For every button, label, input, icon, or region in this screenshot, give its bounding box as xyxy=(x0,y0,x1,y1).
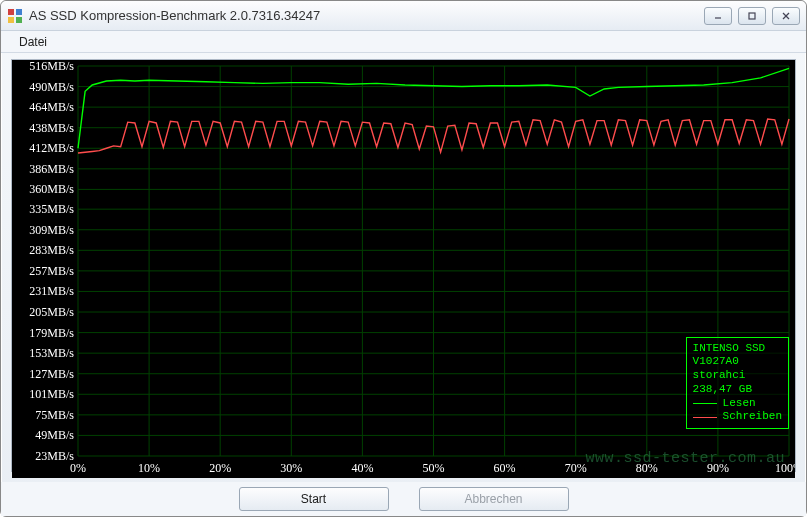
svg-text:360MB/s: 360MB/s xyxy=(29,182,74,196)
svg-text:205MB/s: 205MB/s xyxy=(29,305,74,319)
svg-text:153MB/s: 153MB/s xyxy=(29,346,74,360)
legend-swatch-icon xyxy=(693,417,717,418)
svg-rect-0 xyxy=(8,9,14,15)
svg-text:75MB/s: 75MB/s xyxy=(35,408,74,422)
app-icon xyxy=(7,8,23,24)
svg-text:20%: 20% xyxy=(209,461,231,475)
svg-text:10%: 10% xyxy=(138,461,160,475)
minimize-button[interactable] xyxy=(704,7,732,25)
info-panel: INTENSO SSD V1027A0 storahci 238,47 GB L… xyxy=(686,337,789,430)
svg-rect-1 xyxy=(16,9,22,15)
svg-text:127MB/s: 127MB/s xyxy=(29,367,74,381)
svg-rect-2 xyxy=(8,17,14,23)
svg-text:464MB/s: 464MB/s xyxy=(29,100,74,114)
info-line: 238,47 GB xyxy=(693,383,782,397)
svg-rect-3 xyxy=(16,17,22,23)
legend-entry-read: Lesen xyxy=(693,397,782,411)
svg-text:309MB/s: 309MB/s xyxy=(29,223,74,237)
legend-swatch-icon xyxy=(693,403,717,404)
svg-text:101MB/s: 101MB/s xyxy=(29,387,74,401)
info-line: V1027A0 xyxy=(693,355,782,369)
svg-text:70%: 70% xyxy=(565,461,587,475)
svg-rect-5 xyxy=(749,13,755,19)
svg-text:60%: 60% xyxy=(494,461,516,475)
svg-text:49MB/s: 49MB/s xyxy=(35,428,74,442)
maximize-button[interactable] xyxy=(738,7,766,25)
svg-text:50%: 50% xyxy=(423,461,445,475)
window-title: AS SSD Kompression-Benchmark 2.0.7316.34… xyxy=(29,8,704,23)
watermark-text: www.ssd-tester.com.au xyxy=(585,450,785,467)
close-button[interactable] xyxy=(772,7,800,25)
svg-text:283MB/s: 283MB/s xyxy=(29,243,74,257)
window-controls xyxy=(704,7,800,25)
info-line: storahci xyxy=(693,369,782,383)
cancel-button[interactable]: Abbrechen xyxy=(419,487,569,511)
legend-label: Lesen xyxy=(723,397,756,411)
svg-text:23MB/s: 23MB/s xyxy=(35,449,74,463)
svg-text:438MB/s: 438MB/s xyxy=(29,121,74,135)
button-row: Start Abbrechen xyxy=(1,482,806,516)
titlebar: AS SSD Kompression-Benchmark 2.0.7316.34… xyxy=(1,1,806,31)
svg-text:386MB/s: 386MB/s xyxy=(29,162,74,176)
svg-text:231MB/s: 231MB/s xyxy=(29,284,74,298)
svg-text:257MB/s: 257MB/s xyxy=(29,264,74,278)
info-line: INTENSO SSD xyxy=(693,342,782,356)
menubar: Datei xyxy=(1,31,806,53)
svg-text:490MB/s: 490MB/s xyxy=(29,80,74,94)
app-window: AS SSD Kompression-Benchmark 2.0.7316.34… xyxy=(0,0,807,517)
svg-text:30%: 30% xyxy=(280,461,302,475)
svg-text:335MB/s: 335MB/s xyxy=(29,202,74,216)
svg-text:40%: 40% xyxy=(351,461,373,475)
legend-entry-write: Schreiben xyxy=(693,410,782,424)
chart-panel: 516MB/s490MB/s464MB/s438MB/s412MB/s386MB… xyxy=(11,59,796,472)
svg-text:412MB/s: 412MB/s xyxy=(29,141,74,155)
legend-label: Schreiben xyxy=(723,410,782,424)
start-button[interactable]: Start xyxy=(239,487,389,511)
svg-text:516MB/s: 516MB/s xyxy=(29,60,74,73)
chart-canvas: 516MB/s490MB/s464MB/s438MB/s412MB/s386MB… xyxy=(12,60,795,478)
svg-text:179MB/s: 179MB/s xyxy=(29,326,74,340)
svg-text:0%: 0% xyxy=(70,461,86,475)
menu-item-datei[interactable]: Datei xyxy=(11,33,55,51)
